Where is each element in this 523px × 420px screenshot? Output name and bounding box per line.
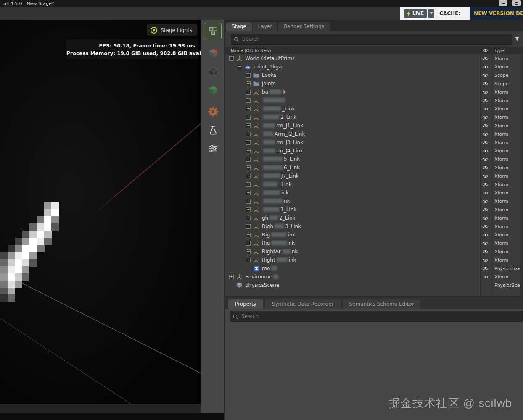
sliders-tool-button[interactable] <box>205 140 222 157</box>
visibility-eye-icon[interactable] <box>482 140 489 146</box>
live-dropdown-button[interactable] <box>428 9 434 18</box>
visibility-eye-icon[interactable] <box>482 73 489 79</box>
expand-toggle[interactable]: + <box>246 123 251 128</box>
tree-row[interactable]: +Righ3_LinkXform <box>225 222 523 231</box>
visibility-eye-icon[interactable] <box>482 216 489 222</box>
tree-scrollbar[interactable] <box>520 54 523 296</box>
expand-toggle[interactable]: + <box>246 149 251 153</box>
maximize-button[interactable] <box>512 0 521 6</box>
visibility-eye-icon[interactable] <box>482 241 489 247</box>
expand-toggle[interactable]: + <box>246 174 251 178</box>
tree-row[interactable]: +EnvironmeXform <box>225 273 523 281</box>
visibility-eye-icon[interactable] <box>482 165 489 171</box>
visibility-eye-icon[interactable] <box>482 182 489 188</box>
dark-cube-tool-button[interactable] <box>205 63 222 80</box>
visibility-eye-icon[interactable] <box>482 56 489 62</box>
tab-property[interactable]: Property <box>228 299 263 309</box>
tree-row[interactable]: +gh2_LinkXform <box>225 214 523 222</box>
column-type[interactable]: Type <box>494 48 504 53</box>
visibility-eye-icon[interactable] <box>482 132 489 138</box>
expand-toggle[interactable]: + <box>229 275 234 279</box>
cube-delete-tool-button[interactable] <box>205 45 222 61</box>
visibility-eye-icon[interactable] <box>482 115 489 121</box>
tree-row[interactable]: −World (defaultPrim)Xform <box>225 54 523 63</box>
visibility-eye-icon[interactable] <box>482 249 489 255</box>
collapse-toggle[interactable]: − <box>229 56 234 61</box>
visibility-eye-icon[interactable] <box>482 224 489 230</box>
visibility-eye-icon[interactable] <box>482 275 489 281</box>
tree-row[interactable]: +RightinkXform <box>225 256 523 264</box>
tree-row[interactable]: +_LinkXform <box>225 180 523 189</box>
viewport[interactable]: Stage Lights FPS: 50.18, Frame time: 19.… <box>0 20 201 404</box>
expand-toggle[interactable]: + <box>246 182 251 187</box>
expand-toggle[interactable]: + <box>246 199 251 204</box>
tab-synthetic-data-recorder[interactable]: Synthetic Data Recorder <box>265 299 341 309</box>
tree-row[interactable]: +5_LinkXform <box>225 155 523 163</box>
expand-toggle[interactable]: + <box>246 207 251 212</box>
visibility-eye-icon[interactable] <box>482 199 489 205</box>
visibility-eye-icon[interactable] <box>482 98 489 104</box>
visibility-eye-icon[interactable] <box>482 207 489 213</box>
expand-toggle[interactable]: + <box>246 140 251 145</box>
tree-row[interactable]: +2_LinkXform <box>225 113 523 121</box>
green-cube-tool-button[interactable] <box>205 81 222 98</box>
tree-row[interactable]: +RignkXform <box>225 239 523 247</box>
expand-toggle[interactable]: + <box>246 249 251 254</box>
expand-toggle[interactable]: + <box>246 258 251 262</box>
expand-toggle[interactable]: + <box>246 233 251 237</box>
expand-toggle[interactable]: + <box>246 191 251 195</box>
tree-row[interactable]: −robot_3kgaXform <box>225 63 523 71</box>
expand-toggle[interactable]: + <box>246 165 251 170</box>
expand-toggle[interactable]: + <box>246 73 251 78</box>
expand-toggle[interactable]: + <box>246 157 251 162</box>
tree-row[interactable]: +jointsScope <box>225 79 523 88</box>
tree-row[interactable]: +1_LinkXform <box>225 205 523 214</box>
visibility-eye-icon[interactable] <box>482 149 489 155</box>
minimize-button[interactable] <box>499 0 507 6</box>
tab-render-settings[interactable]: Render Settings <box>278 22 330 31</box>
tree-row[interactable]: +rm_J1_LinkXform <box>225 121 523 130</box>
cubes-tool-button[interactable] <box>205 23 222 39</box>
tab-layer[interactable]: Layer <box>253 22 277 31</box>
tree-row[interactable]: +_LinkXform <box>225 105 523 113</box>
expand-toggle[interactable]: + <box>246 107 251 111</box>
visibility-eye-icon[interactable] <box>482 266 489 272</box>
visibility-eye-icon[interactable] <box>482 107 489 113</box>
visibility-eye-icon[interactable] <box>482 81 489 87</box>
visibility-eye-icon[interactable] <box>482 157 489 163</box>
property-search-input[interactable] <box>230 311 523 322</box>
visibility-eye-icon[interactable] <box>482 90 489 96</box>
visibility-eye-icon[interactable] <box>482 65 489 71</box>
expand-toggle[interactable]: + <box>246 90 251 94</box>
flask-tool-button[interactable] <box>205 122 222 139</box>
stage-search-input[interactable] <box>231 34 512 45</box>
expand-toggle[interactable]: + <box>246 132 251 136</box>
new-version-banner[interactable]: NEW VERSION DETECTED <box>470 7 523 20</box>
gear-tool-button[interactable] <box>205 103 222 120</box>
column-name[interactable]: Name (Old to New) <box>231 48 271 53</box>
tree-row[interactable]: +RightArnkXform <box>225 247 523 256</box>
collapse-toggle[interactable]: − <box>238 65 242 69</box>
visibility-eye-icon[interactable] <box>482 174 489 180</box>
tree-row[interactable]: physicsScenePhysicsScene <box>225 281 523 289</box>
tree-row[interactable]: +Arm_J2_LinkXform <box>225 130 523 138</box>
expand-toggle[interactable]: + <box>246 115 251 120</box>
visibility-eye-icon[interactable] <box>482 191 489 197</box>
tree-row[interactable]: +6_LinkXform <box>225 163 523 172</box>
tree-row[interactable]: +bakXform <box>225 88 523 96</box>
tree-row[interactable]: +rm_J3_LinkXform <box>225 138 523 147</box>
tree-row[interactable]: +nkXform <box>225 197 523 205</box>
tree-row[interactable]: rooPhysicsFixedJoint <box>225 264 523 273</box>
expand-toggle[interactable]: + <box>246 216 251 220</box>
tree-row[interactable]: +LooksScope <box>225 71 523 79</box>
tree-row[interactable]: +Xform <box>225 96 523 105</box>
tree-row[interactable]: +RiginkXform <box>225 231 523 239</box>
tree-row[interactable]: +J7_LinkXform <box>225 172 523 180</box>
visibility-eye-icon[interactable] <box>482 123 489 129</box>
stage-lights-button[interactable]: Stage Lights <box>147 24 197 36</box>
expand-toggle[interactable]: + <box>246 81 251 86</box>
filter-icon[interactable] <box>514 35 520 43</box>
expand-toggle[interactable]: + <box>246 241 251 246</box>
expand-toggle[interactable]: + <box>246 224 251 229</box>
tab-stage[interactable]: Stage <box>226 22 252 31</box>
